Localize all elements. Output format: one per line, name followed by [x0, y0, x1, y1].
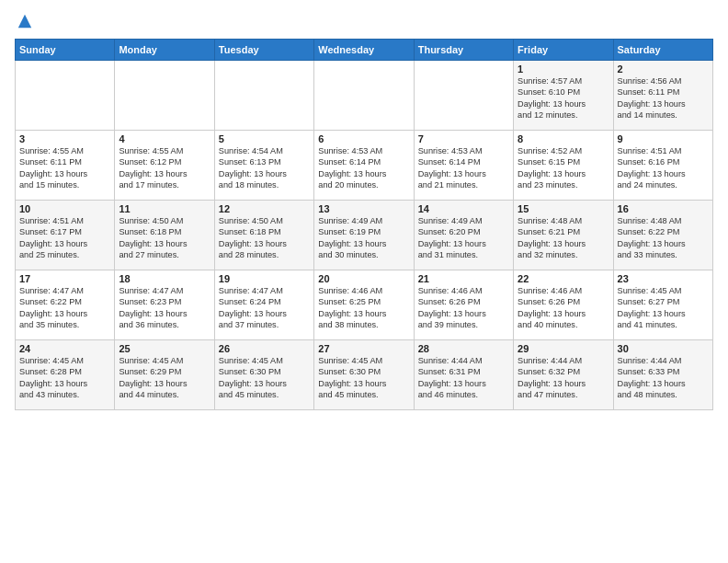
day-cell: 10Sunrise: 4:51 AM Sunset: 6:17 PM Dayli…: [16, 201, 115, 270]
day-number: 12: [219, 203, 310, 214]
day-cell: [314, 61, 414, 131]
day-number: 22: [518, 273, 609, 284]
day-cell: 14Sunrise: 4:49 AM Sunset: 6:20 PM Dayli…: [414, 201, 513, 270]
day-cell: 29Sunrise: 4:44 AM Sunset: 6:32 PM Dayli…: [514, 340, 613, 410]
day-number: 15: [518, 203, 609, 214]
day-cell: 12Sunrise: 4:50 AM Sunset: 6:18 PM Dayli…: [214, 201, 313, 270]
calendar: SundayMondayTuesdayWednesdayThursdayFrid…: [15, 39, 713, 410]
day-number: 18: [119, 273, 210, 284]
day-number: 8: [518, 133, 609, 144]
header: [15, 11, 713, 33]
day-info: Sunrise: 4:48 AM Sunset: 6:21 PM Dayligh…: [518, 215, 609, 261]
day-info: Sunrise: 4:50 AM Sunset: 6:18 PM Dayligh…: [119, 215, 210, 261]
day-cell: [115, 61, 214, 131]
day-number: 6: [318, 133, 409, 144]
col-header-thursday: Thursday: [414, 40, 513, 61]
col-header-saturday: Saturday: [613, 40, 712, 61]
day-info: Sunrise: 4:46 AM Sunset: 6:25 PM Dayligh…: [318, 285, 409, 331]
day-cell: 3Sunrise: 4:55 AM Sunset: 6:11 PM Daylig…: [16, 131, 115, 201]
day-cell: 11Sunrise: 4:50 AM Sunset: 6:18 PM Dayli…: [115, 201, 214, 270]
day-cell: 27Sunrise: 4:45 AM Sunset: 6:30 PM Dayli…: [314, 340, 414, 410]
page: SundayMondayTuesdayWednesdayThursdayFrid…: [0, 0, 728, 563]
week-row-5: 24Sunrise: 4:45 AM Sunset: 6:28 PM Dayli…: [16, 340, 713, 410]
day-info: Sunrise: 4:57 AM Sunset: 6:10 PM Dayligh…: [518, 75, 609, 121]
day-info: Sunrise: 4:49 AM Sunset: 6:20 PM Dayligh…: [418, 215, 509, 261]
day-number: 7: [418, 133, 509, 144]
day-number: 13: [318, 203, 409, 214]
day-cell: 24Sunrise: 4:45 AM Sunset: 6:28 PM Dayli…: [16, 340, 115, 410]
day-info: Sunrise: 4:47 AM Sunset: 6:23 PM Dayligh…: [119, 285, 210, 331]
day-cell: 15Sunrise: 4:48 AM Sunset: 6:21 PM Dayli…: [514, 201, 613, 270]
day-info: Sunrise: 4:48 AM Sunset: 6:22 PM Dayligh…: [618, 215, 709, 261]
col-header-wednesday: Wednesday: [314, 40, 414, 61]
day-cell: 20Sunrise: 4:46 AM Sunset: 6:25 PM Dayli…: [314, 270, 414, 340]
day-cell: 16Sunrise: 4:48 AM Sunset: 6:22 PM Dayli…: [613, 201, 712, 270]
day-cell: 26Sunrise: 4:45 AM Sunset: 6:30 PM Dayli…: [214, 340, 313, 410]
day-info: Sunrise: 4:45 AM Sunset: 6:28 PM Dayligh…: [19, 355, 110, 401]
day-cell: 25Sunrise: 4:45 AM Sunset: 6:29 PM Dayli…: [115, 340, 214, 410]
day-info: Sunrise: 4:46 AM Sunset: 6:26 PM Dayligh…: [418, 285, 509, 331]
day-cell: 7Sunrise: 4:53 AM Sunset: 6:14 PM Daylig…: [414, 131, 513, 201]
day-info: Sunrise: 4:55 AM Sunset: 6:12 PM Dayligh…: [119, 145, 210, 191]
day-cell: [214, 61, 313, 131]
day-info: Sunrise: 4:45 AM Sunset: 6:30 PM Dayligh…: [219, 355, 310, 401]
day-cell: 22Sunrise: 4:46 AM Sunset: 6:26 PM Dayli…: [514, 270, 613, 340]
day-cell: 5Sunrise: 4:54 AM Sunset: 6:13 PM Daylig…: [214, 131, 313, 201]
col-header-sunday: Sunday: [16, 40, 115, 61]
day-cell: 17Sunrise: 4:47 AM Sunset: 6:22 PM Dayli…: [16, 270, 115, 340]
day-cell: 19Sunrise: 4:47 AM Sunset: 6:24 PM Dayli…: [214, 270, 313, 340]
day-cell: 4Sunrise: 4:55 AM Sunset: 6:12 PM Daylig…: [115, 131, 214, 201]
col-header-tuesday: Tuesday: [214, 40, 313, 61]
day-cell: 18Sunrise: 4:47 AM Sunset: 6:23 PM Dayli…: [115, 270, 214, 340]
day-number: 3: [19, 133, 110, 144]
day-cell: 8Sunrise: 4:52 AM Sunset: 6:15 PM Daylig…: [514, 131, 613, 201]
day-info: Sunrise: 4:47 AM Sunset: 6:22 PM Dayligh…: [19, 285, 110, 331]
day-cell: 28Sunrise: 4:44 AM Sunset: 6:31 PM Dayli…: [414, 340, 513, 410]
day-number: 24: [19, 343, 110, 354]
day-number: 20: [318, 273, 409, 284]
day-info: Sunrise: 4:45 AM Sunset: 6:29 PM Dayligh…: [119, 355, 210, 401]
week-row-4: 17Sunrise: 4:47 AM Sunset: 6:22 PM Dayli…: [16, 270, 713, 340]
day-cell: [16, 61, 115, 131]
svg-marker-0: [18, 15, 31, 28]
day-cell: 9Sunrise: 4:51 AM Sunset: 6:16 PM Daylig…: [613, 131, 712, 201]
day-info: Sunrise: 4:50 AM Sunset: 6:18 PM Dayligh…: [219, 215, 310, 261]
day-cell: 6Sunrise: 4:53 AM Sunset: 6:14 PM Daylig…: [314, 131, 414, 201]
day-number: 29: [518, 343, 609, 354]
day-number: 5: [219, 133, 310, 144]
day-number: 23: [618, 273, 709, 284]
day-number: 11: [119, 203, 210, 214]
day-info: Sunrise: 4:53 AM Sunset: 6:14 PM Dayligh…: [318, 145, 409, 191]
day-cell: 1Sunrise: 4:57 AM Sunset: 6:10 PM Daylig…: [514, 61, 613, 131]
day-number: 14: [418, 203, 509, 214]
logo-icon: [17, 13, 33, 29]
day-number: 19: [219, 273, 310, 284]
day-info: Sunrise: 4:54 AM Sunset: 6:13 PM Dayligh…: [219, 145, 310, 191]
day-info: Sunrise: 4:45 AM Sunset: 6:30 PM Dayligh…: [318, 355, 409, 401]
day-number: 25: [119, 343, 210, 354]
day-info: Sunrise: 4:44 AM Sunset: 6:33 PM Dayligh…: [618, 355, 709, 401]
day-number: 9: [618, 133, 709, 144]
day-info: Sunrise: 4:53 AM Sunset: 6:14 PM Dayligh…: [418, 145, 509, 191]
day-number: 16: [618, 203, 709, 214]
day-info: Sunrise: 4:44 AM Sunset: 6:32 PM Dayligh…: [518, 355, 609, 401]
day-number: 30: [618, 343, 709, 354]
day-number: 17: [19, 273, 110, 284]
week-row-2: 3Sunrise: 4:55 AM Sunset: 6:11 PM Daylig…: [16, 131, 713, 201]
day-cell: 13Sunrise: 4:49 AM Sunset: 6:19 PM Dayli…: [314, 201, 414, 270]
week-row-3: 10Sunrise: 4:51 AM Sunset: 6:17 PM Dayli…: [16, 201, 713, 270]
day-number: 2: [618, 63, 709, 75]
day-info: Sunrise: 4:51 AM Sunset: 6:16 PM Dayligh…: [618, 145, 709, 191]
day-info: Sunrise: 4:51 AM Sunset: 6:17 PM Dayligh…: [19, 215, 110, 261]
col-header-monday: Monday: [115, 40, 214, 61]
day-info: Sunrise: 4:45 AM Sunset: 6:27 PM Dayligh…: [618, 285, 709, 331]
day-cell: 21Sunrise: 4:46 AM Sunset: 6:26 PM Dayli…: [414, 270, 513, 340]
col-header-friday: Friday: [514, 40, 613, 61]
day-cell: 30Sunrise: 4:44 AM Sunset: 6:33 PM Dayli…: [613, 340, 712, 410]
day-info: Sunrise: 4:56 AM Sunset: 6:11 PM Dayligh…: [618, 75, 709, 121]
day-number: 28: [418, 343, 509, 354]
day-info: Sunrise: 4:52 AM Sunset: 6:15 PM Dayligh…: [518, 145, 609, 191]
day-info: Sunrise: 4:46 AM Sunset: 6:26 PM Dayligh…: [518, 285, 609, 331]
day-number: 4: [119, 133, 210, 144]
day-cell: [414, 61, 513, 131]
